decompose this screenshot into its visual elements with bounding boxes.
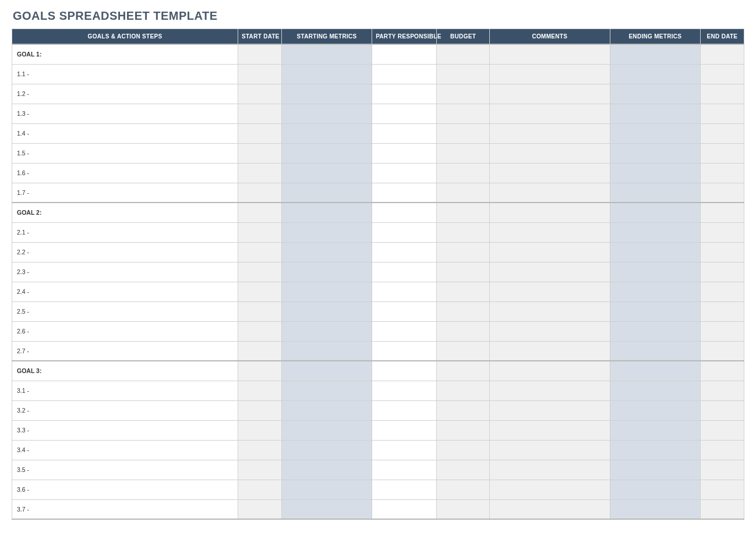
- actions-cell[interactable]: 1.1 -: [12, 64, 238, 84]
- starting-metrics-cell[interactable]: [281, 143, 372, 163]
- starting-metrics-cell[interactable]: [281, 480, 372, 499]
- end-date-cell[interactable]: [700, 123, 744, 143]
- end-date-cell[interactable]: [700, 341, 744, 361]
- budget-cell[interactable]: [437, 420, 490, 440]
- budget-cell[interactable]: [437, 282, 490, 301]
- end-date-cell[interactable]: [700, 104, 744, 123]
- actions-cell[interactable]: 1.5 -: [12, 143, 238, 163]
- party-cell[interactable]: [372, 64, 437, 84]
- ending-metrics-cell[interactable]: [610, 400, 700, 420]
- budget-cell[interactable]: [437, 143, 490, 163]
- party-cell[interactable]: [372, 420, 437, 440]
- ending-metrics-cell[interactable]: [610, 341, 700, 361]
- end-date-cell[interactable]: [700, 183, 744, 203]
- budget-cell[interactable]: [437, 222, 490, 242]
- actions-cell[interactable]: 3.2 -: [12, 400, 238, 420]
- party-cell[interactable]: [372, 104, 437, 123]
- starting-metrics-cell[interactable]: [281, 400, 372, 420]
- party-cell[interactable]: [372, 44, 437, 64]
- actions-cell[interactable]: 1.2 -: [12, 84, 238, 104]
- ending-metrics-cell[interactable]: [610, 222, 700, 242]
- budget-cell[interactable]: [437, 440, 490, 460]
- comments-cell[interactable]: [489, 163, 610, 183]
- start-date-cell[interactable]: [238, 64, 281, 84]
- start-date-cell[interactable]: [238, 341, 281, 361]
- party-cell[interactable]: [372, 361, 437, 381]
- budget-cell[interactable]: [437, 84, 490, 104]
- end-date-cell[interactable]: [700, 64, 744, 84]
- party-cell[interactable]: [372, 341, 437, 361]
- comments-cell[interactable]: [489, 321, 610, 341]
- comments-cell[interactable]: [489, 341, 610, 361]
- end-date-cell[interactable]: [700, 242, 744, 262]
- budget-cell[interactable]: [437, 480, 490, 499]
- comments-cell[interactable]: [489, 262, 610, 282]
- start-date-cell[interactable]: [238, 262, 281, 282]
- budget-cell[interactable]: [437, 381, 490, 400]
- starting-metrics-cell[interactable]: [281, 123, 372, 143]
- actions-cell[interactable]: 2.3 -: [12, 262, 238, 282]
- comments-cell[interactable]: [489, 400, 610, 420]
- ending-metrics-cell[interactable]: [610, 104, 700, 123]
- budget-cell[interactable]: [437, 400, 490, 420]
- budget-cell[interactable]: [437, 163, 490, 183]
- start-date-cell[interactable]: [238, 222, 281, 242]
- ending-metrics-cell[interactable]: [610, 84, 700, 104]
- end-date-cell[interactable]: [700, 499, 744, 519]
- ending-metrics-cell[interactable]: [610, 64, 700, 84]
- budget-cell[interactable]: [437, 341, 490, 361]
- actions-cell[interactable]: 3.5 -: [12, 460, 238, 480]
- end-date-cell[interactable]: [700, 361, 744, 381]
- end-date-cell[interactable]: [700, 44, 744, 64]
- party-cell[interactable]: [372, 321, 437, 341]
- budget-cell[interactable]: [437, 104, 490, 123]
- budget-cell[interactable]: [437, 361, 490, 381]
- party-cell[interactable]: [372, 183, 437, 203]
- party-cell[interactable]: [372, 400, 437, 420]
- end-date-cell[interactable]: [700, 420, 744, 440]
- starting-metrics-cell[interactable]: [281, 242, 372, 262]
- end-date-cell[interactable]: [700, 480, 744, 499]
- comments-cell[interactable]: [489, 222, 610, 242]
- start-date-cell[interactable]: [238, 203, 281, 222]
- actions-cell[interactable]: 3.3 -: [12, 420, 238, 440]
- start-date-cell[interactable]: [238, 123, 281, 143]
- starting-metrics-cell[interactable]: [281, 499, 372, 519]
- ending-metrics-cell[interactable]: [610, 282, 700, 301]
- budget-cell[interactable]: [437, 123, 490, 143]
- comments-cell[interactable]: [489, 381, 610, 400]
- start-date-cell[interactable]: [238, 104, 281, 123]
- start-date-cell[interactable]: [238, 460, 281, 480]
- starting-metrics-cell[interactable]: [281, 222, 372, 242]
- start-date-cell[interactable]: [238, 163, 281, 183]
- starting-metrics-cell[interactable]: [281, 163, 372, 183]
- comments-cell[interactable]: [489, 440, 610, 460]
- end-date-cell[interactable]: [700, 301, 744, 321]
- start-date-cell[interactable]: [238, 400, 281, 420]
- actions-cell[interactable]: 1.3 -: [12, 104, 238, 123]
- actions-cell[interactable]: 1.4 -: [12, 123, 238, 143]
- end-date-cell[interactable]: [700, 440, 744, 460]
- starting-metrics-cell[interactable]: [281, 84, 372, 104]
- start-date-cell[interactable]: [238, 242, 281, 262]
- budget-cell[interactable]: [437, 499, 490, 519]
- party-cell[interactable]: [372, 301, 437, 321]
- starting-metrics-cell[interactable]: [281, 203, 372, 222]
- start-date-cell[interactable]: [238, 84, 281, 104]
- budget-cell[interactable]: [437, 183, 490, 203]
- starting-metrics-cell[interactable]: [281, 282, 372, 301]
- actions-cell[interactable]: 3.1 -: [12, 381, 238, 400]
- starting-metrics-cell[interactable]: [281, 183, 372, 203]
- ending-metrics-cell[interactable]: [610, 381, 700, 400]
- comments-cell[interactable]: [489, 460, 610, 480]
- actions-cell[interactable]: GOAL 2:: [12, 203, 238, 222]
- starting-metrics-cell[interactable]: [281, 381, 372, 400]
- ending-metrics-cell[interactable]: [610, 361, 700, 381]
- party-cell[interactable]: [372, 143, 437, 163]
- end-date-cell[interactable]: [700, 460, 744, 480]
- ending-metrics-cell[interactable]: [610, 143, 700, 163]
- start-date-cell[interactable]: [238, 301, 281, 321]
- comments-cell[interactable]: [489, 84, 610, 104]
- start-date-cell[interactable]: [238, 361, 281, 381]
- starting-metrics-cell[interactable]: [281, 361, 372, 381]
